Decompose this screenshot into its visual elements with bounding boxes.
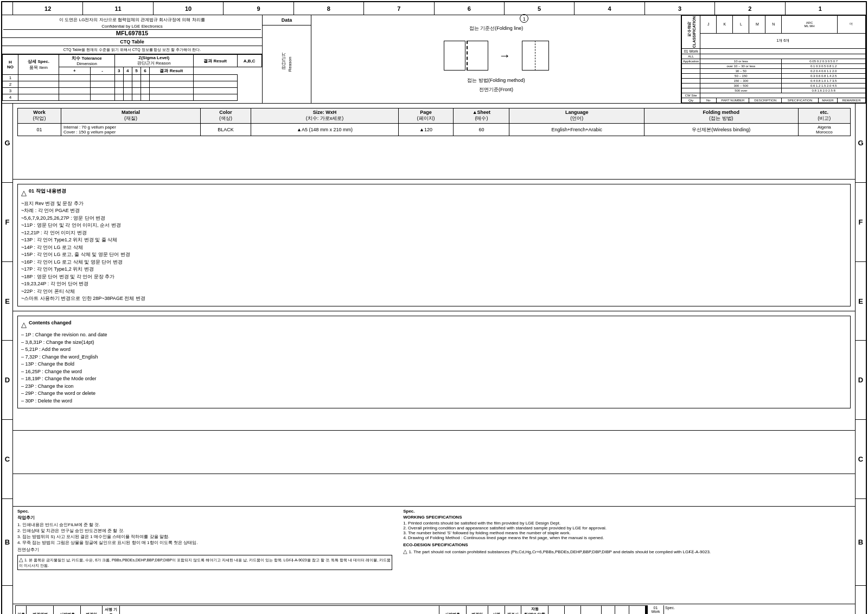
wt-fold-val: 우선제본(Wireless binding) — [644, 124, 798, 136]
work-01-label: 01 Work — [682, 49, 700, 54]
top-ruler: 12 11 10 9 8 7 6 5 4 3 2 1 — [2, 2, 866, 15]
warning-triangle-ko: △ — [21, 188, 27, 199]
spec-left-extra: 전면상추기 — [17, 547, 392, 553]
right-row-labels: G F E D C B A — [855, 104, 866, 614]
spec-left-item-4: 4. 무죽 접는 방법의 그림은 상물을 정글에 실인으로 표시된 항이 매 1… — [17, 540, 392, 546]
row-b-content: Spec. 작업추기 1. 인쇄내용은 반드시 승인FILM에 준 할 것. 2… — [13, 507, 855, 604]
size-30-50: 30 ~ 50 — [700, 69, 782, 74]
size-500-over-vals: 0.8 1.6 2.0 2.5 8 — [782, 88, 866, 93]
rev-drw-header: DRW/DSN — [580, 605, 601, 614]
eco-design-title: ECO-DESIGN SPECIFICATIONS — [403, 542, 851, 547]
s6-header: 6 — [141, 67, 149, 75]
tol-j: J — [700, 16, 717, 34]
folding-method-label: 접는 방법(Folding method) — [467, 77, 525, 84]
spec-right-item-3: 3. The number behind 'S' followed by fol… — [403, 530, 851, 535]
mfl-number-display: MFL697815 — [116, 30, 148, 36]
work-01-application — [700, 49, 866, 54]
spec-col: SPECIFICATION — [782, 98, 818, 103]
content-column: Work(작업) Material(재질) Color(색상) Size: Wx… — [13, 104, 855, 614]
ruler-4: 4 — [575, 2, 644, 15]
footer-area: 기호SYM 변경연번REVISION 시방번호ECO.NO. 변경일DATE 서… — [15, 605, 853, 614]
size-10-30: over 10 ~ 30 or less — [700, 64, 782, 69]
cw-site-val — [700, 93, 866, 98]
ruler-12: 12 — [13, 2, 83, 15]
tol-arc: ARCML MH — [782, 16, 838, 34]
english-warning-box: △ Contents changed – 1P : Change the rev… — [17, 316, 851, 409]
wt-material-header: Material(재질) — [61, 108, 201, 124]
header-section: 이 도면은 LG전자의 자산으로 협력업체의 관계법규 회사규정에 의해 처리를… — [2, 15, 866, 104]
result-sub-header: 결과 Result — [149, 67, 193, 75]
rev-sym-header: 기호SYM — [16, 605, 27, 614]
row-a-content: 기호SYM 변경연번REVISION 시방번호ECO.NO. 변경일DATE 서… — [13, 604, 855, 614]
rev-appd-header: APPD — [629, 605, 646, 614]
size-150-300-vals: 0.4 0.8 1.0 1.7 3.5 — [782, 79, 866, 84]
wt-page-header: Page(페이지) — [398, 108, 454, 124]
ctq-row-3: 3 — [3, 88, 262, 94]
wt-fold-header: Folding method(접는 방법) — [644, 108, 798, 124]
spec-right-block: Spec. WORKING SPECIFICATIONS 1. Printed … — [403, 509, 851, 602]
spec-right-subtitle: WORKING SPECIFICATIONS — [403, 515, 851, 520]
s4-header: 4 — [123, 67, 132, 75]
document-container: 12 11 10 9 8 7 6 5 4 3 2 1 이 도면은 LG전자의 자… — [1, 1, 867, 614]
spec-left-block: Spec. 작업추기 1. 인쇄내용은 반드시 승인FILM에 준 할 것. 2… — [17, 509, 392, 602]
rev-chkd-header: CHKD — [602, 605, 615, 614]
ctq-row-1: 1 — [3, 75, 262, 81]
tol-ref: 1개 6개 — [700, 33, 866, 48]
ruler-7: 7 — [364, 2, 434, 15]
tolerance-section: 치수공차CLASSIFICATION J K L M N ARCML MH 더 … — [681, 15, 866, 103]
spec-right-title: Spec. — [403, 509, 851, 514]
right-label-c: C — [856, 420, 866, 499]
right-label-d: D — [856, 341, 866, 420]
fold-page-1 — [444, 41, 465, 71]
rev-eco-header: 시방번호ECO.NO. — [54, 605, 81, 614]
wt-color-val: BLACK — [200, 124, 251, 136]
ruler-9: 9 — [224, 2, 293, 15]
size-150-300: 150 ~ 300 — [700, 79, 782, 84]
s3-header: 3 — [114, 67, 123, 75]
right-label-e: E — [856, 262, 866, 341]
rev-date2-header: 변경일DATE — [466, 605, 488, 614]
spec-left-title: Spec. — [17, 509, 392, 514]
row-f-content: △ 01 작업 내용변경 ~표지 Rev 변경 및 문장 추가 ~차례 : 각 … — [13, 180, 855, 311]
wt-work-header: Work(작업) — [18, 108, 61, 124]
row-g-content: Work(작업) Material(재질) Color(색상) Size: Wx… — [13, 104, 855, 180]
revision-table: 기호SYM 변경연번REVISION 시방번호ECO.NO. 변경일DATE 서… — [15, 605, 646, 614]
tol-extra: 더 — [837, 16, 865, 34]
rev-units-header: UNITS — [548, 605, 564, 614]
classification-header: 치수공차CLASSIFICATION — [682, 16, 700, 49]
no-col: No — [700, 98, 717, 103]
spec-left-item-2: 2. 인쇄상태 및 치관은 연구실 승인 반도건본에 준 할 것. — [17, 528, 392, 534]
qty-label: Qty — [682, 98, 700, 103]
rev-revision-header: 변경연번REVISION — [27, 605, 54, 614]
ruler-11: 11 — [83, 2, 153, 15]
all-label: ALL — [682, 54, 700, 59]
ruler-1: 1 — [786, 2, 855, 15]
right-label-a: A — [856, 586, 866, 614]
spec-right-item-1: 1. Printed contents should be satisfied … — [403, 521, 851, 526]
ruler-margin — [2, 2, 13, 15]
s5-header: 5 — [132, 67, 141, 75]
abc-header: A,B,C — [237, 55, 262, 67]
warning-title-en: Contents changed — [29, 319, 72, 327]
row-e-content: △ Contents changed – 1P : Change the rev… — [13, 311, 855, 431]
wt-sheet-header: ▲Sheet(매수) — [454, 108, 509, 124]
plus-header: + — [59, 67, 90, 75]
confidential-notice: 이 도면은 LG전자의 자산으로 협력업체의 관계법규 회사규정에 의해 처리를 — [59, 16, 205, 23]
ctq-table-title: CTQ Table — [2, 38, 262, 46]
rev-signed2-header: 서명SIGNED — [488, 605, 505, 614]
size-10-less: 10 or less — [700, 59, 782, 64]
title-block: 01Work Spec. TITLE Manual,Owners PRINTIN… — [647, 605, 853, 614]
all-application — [700, 54, 866, 59]
wt-work-val: 01 — [18, 124, 61, 136]
cw-site-label: CW Site — [682, 93, 700, 98]
ruler-3: 3 — [645, 2, 715, 15]
eco-design-text: △ 1. The part should not contain prohibi… — [403, 548, 851, 555]
row-label-c: C — [2, 420, 12, 499]
row-label-f: F — [2, 183, 12, 262]
work-table: Work(작업) Material(재질) Color(색상) Size: Wx… — [17, 108, 851, 136]
tol-m: M — [749, 16, 765, 34]
spec-left-subtitle: 작업추기 — [17, 515, 392, 521]
size-10-vals: 0.05 0.2 0.3 0.5 0.7 — [782, 59, 866, 64]
row-label-g: G — [2, 104, 12, 183]
folding-circle-num: 1 — [520, 14, 528, 23]
